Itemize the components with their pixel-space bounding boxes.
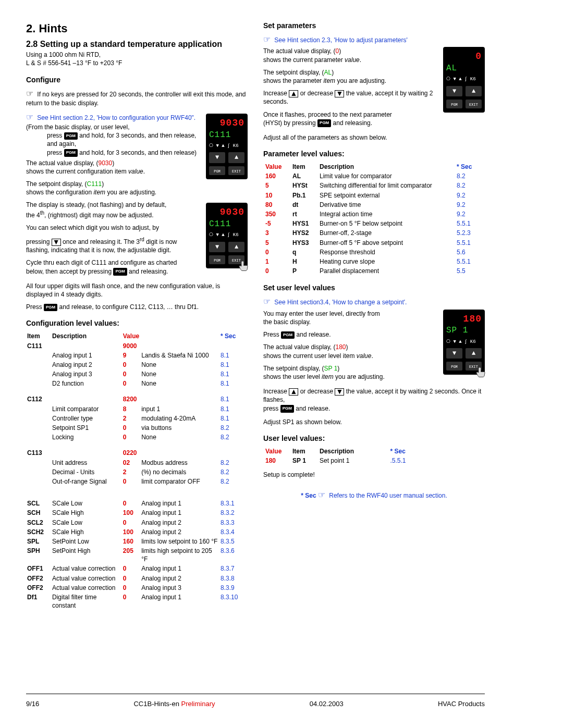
set-user-level-heading: Set user level values <box>263 283 485 293</box>
table-row: Analog input 20None8.1 <box>26 360 248 369</box>
up-button: ▲ <box>228 152 244 163</box>
config-level-heading: Configuration level values: <box>26 318 248 328</box>
user-level-heading: User level values: <box>263 434 485 443</box>
table-row: 5HYStSwitching differential for limit co… <box>263 181 485 190</box>
set-user-level-link[interactable]: ☞ See Hint section3.4, 'How to change a … <box>263 296 485 307</box>
pgm-icon: PGM <box>64 132 78 140</box>
table-row: D2 function0None8.1 <box>26 379 248 388</box>
up-triangle-icon: ▲ <box>289 388 298 396</box>
controller-image-userlevel: 180 SP 1 ⎔ ▼ ▲ ∫ K6 ▼ ▲ PGM EXIT <box>443 310 485 375</box>
up-button: ▲ <box>466 348 482 359</box>
table-row: OFF2Actual value correction0Analog input… <box>26 574 248 583</box>
footer-date: 04.02.2003 <box>310 699 344 709</box>
configure-note: ☞ If no keys are pressed for 20 seconds,… <box>26 88 248 108</box>
table-row: Limit comparator8input 18.1 <box>26 404 248 414</box>
table-row: SPLSetPoint Low160limits low setpoint to… <box>26 537 248 546</box>
table-row: 5HYS3Burner-off 5 °F above setpoint5.5.1 <box>263 238 485 248</box>
table-row: -5HYS1Burner-on 5 °F below setpoint5.5.1 <box>263 219 485 228</box>
set-params-heading: Set parameters <box>263 21 485 31</box>
pgm-icon: PGM <box>317 119 331 127</box>
chapter-title: 2. Hints <box>26 21 248 36</box>
down-button: ▼ <box>209 152 225 163</box>
sp-proceed: Once it flashes, proceed to the next par… <box>263 110 485 127</box>
down-button: ▼ <box>209 242 225 252</box>
pgm-icon: PGM <box>280 405 294 413</box>
exit-button: EXIT <box>466 100 482 108</box>
table-row: 0PParallel displacement5.5 <box>263 266 485 276</box>
table-row: SCHSCale High100Analog input 18.3.2 <box>26 508 248 517</box>
table-row: Decimal - Units2(%) no decimals8.2 <box>26 467 248 477</box>
table-row: SCH2SCale High100Analog input 28.3.4 <box>26 527 248 537</box>
pgm-button: PGM <box>209 255 225 264</box>
config-level-table: Item Description Value * Sec C1119000Ana… <box>26 331 248 610</box>
table-row: 350rtIntegral action time9.2 <box>263 209 485 219</box>
table-row: SCL2SCale Low0Analog input 28.3.3 <box>26 518 248 527</box>
table-row: Locking0None8.2 <box>26 433 248 442</box>
up-triangle-icon: ▲ <box>289 90 298 97</box>
footer-doc: CC1B-Hints-en Preliminary <box>133 699 215 709</box>
table-row: 180SP 1Set point 1.5.5.1 <box>263 456 419 465</box>
up-button: ▲ <box>228 242 244 252</box>
controller-image-params: 0 AL ⎔ ▼ ▲ ∫ K6 ▼ ▲ PGM EXIT <box>443 47 485 113</box>
table-row: Analog input 19Landis & Staefa Ni 10008.… <box>26 351 248 360</box>
down-triangle-icon: ▼ <box>52 239 61 246</box>
setup-complete: Setup is complete! <box>263 471 485 479</box>
table-row: 3HYS2Burner-off, 2-stage5.2.3 <box>263 228 485 238</box>
table-row: 160ALLimit value for comparator8.2 <box>263 171 485 181</box>
intro-text: Using a 1000 ohm Ni RTD, L & S # 556-541… <box>26 51 248 67</box>
pgm-icon: PGM <box>281 331 295 339</box>
table-row: Setpoint SP10via buttons8.2 <box>26 423 248 433</box>
up-button: ▲ <box>466 86 482 96</box>
controller-image-config-1: 9030 C111 ⎔ ▼ ▲ ∫ K6 ▼ ▲ PGM EXIT <box>206 114 248 179</box>
pgm-button: PGM <box>446 362 462 371</box>
controller-image-config-2: 9030 C111 ⎔ ▼ ▲ ∫ K6 ▼ ▲ PGM EXIT <box>206 203 248 268</box>
left-column: 2. Hints 2.8 Setting up a standard tempe… <box>26 21 248 610</box>
pgm-icon: PGM <box>113 268 127 276</box>
down-button: ▼ <box>446 348 462 359</box>
table-row: 80dtDerivative time9.2 <box>263 200 485 209</box>
finger-press-icon <box>474 366 487 379</box>
down-triangle-icon: ▼ <box>335 90 344 97</box>
table-row: SCLSCale Low0Analog input 18.3.1 <box>26 499 248 508</box>
pointing-hand-icon: ☞ <box>318 490 325 499</box>
param-level-table: Value Item Description * Sec 160ALLimit … <box>263 162 485 276</box>
pgm-button: PGM <box>446 100 462 108</box>
exit-button: EXIT <box>228 166 244 175</box>
table-row: Df1Digital filter time constant0Analog i… <box>26 593 248 610</box>
table-row: 10Pb.1SPE setpoint external9.2 <box>263 191 485 200</box>
pgm-icon: PGM <box>44 304 57 312</box>
table-row: OFF1Actual value correction0Analog input… <box>26 564 248 573</box>
press-release-note: Press PGM and release, to configure C112… <box>26 303 248 311</box>
setpoint-note: The setpoint display, (C111) shows the c… <box>26 180 248 196</box>
right-column: Set parameters ☞ See Hint section 2.3, '… <box>263 21 485 610</box>
user-level-table: Value Item Description * Sec 180SP 1Set … <box>263 447 419 465</box>
pointing-hand-icon: ☞ <box>263 297 271 306</box>
table-row: 0qResponse threshold5.6 <box>263 248 485 257</box>
down-triangle-icon: ▼ <box>335 388 344 396</box>
finger-press-icon <box>237 260 250 273</box>
table-row: Unit address02Modbus address8.2 <box>26 458 248 467</box>
table-row: SPHSetPoint High205limits high setpoint … <box>26 546 248 564</box>
flash-note: All four upper digits will flash once, a… <box>26 282 248 299</box>
sec-note: * Sec ☞ Refers to the RWF40 user manual … <box>263 489 485 501</box>
table-row: C1130220 <box>26 448 248 458</box>
table-row: C1119000 <box>26 341 248 351</box>
footer-brand: HVAC Products <box>438 699 485 709</box>
param-level-heading: Parameter level values: <box>263 149 485 159</box>
table-row: OFF2Actual value correction0Analog input… <box>26 583 248 593</box>
pointing-hand-icon: ☞ <box>26 113 33 121</box>
table-row: Controller type2modulating 4-20mA8.1 <box>26 414 248 423</box>
table-row: 1HHeating curve slope5.5.1 <box>263 257 485 266</box>
down-button: ▼ <box>446 86 462 96</box>
sul-adjust: Adjust SP1 as shown below. <box>263 418 485 426</box>
pointing-hand-icon: ☞ <box>26 89 33 98</box>
set-params-link[interactable]: ☞ See Hint section 2.3, 'How to adjust p… <box>263 34 485 45</box>
page-footer: 9/16 CC1B-Hints-en Preliminary 04.02.200… <box>26 694 485 709</box>
sul-incdec: Increase ▲ or decrease ▼ the value, acce… <box>263 387 485 413</box>
pointing-hand-icon: ☞ <box>263 35 271 44</box>
pgm-icon: PGM <box>64 149 78 157</box>
configure-heading: Configure <box>26 75 248 85</box>
table-row: C11282008.1 <box>26 394 248 404</box>
section-title: 2.8 Setting up a standard temperature ap… <box>26 39 248 50</box>
table-row: Analog input 30None8.1 <box>26 369 248 379</box>
